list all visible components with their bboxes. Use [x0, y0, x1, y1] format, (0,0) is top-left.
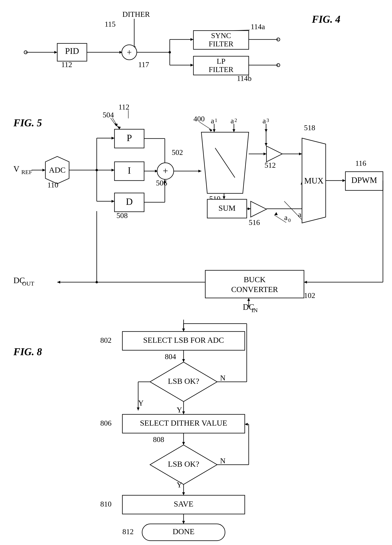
- svg-marker-34: [112, 137, 114, 140]
- fig5-vref-v: V: [13, 164, 19, 173]
- fig8-select-lsb-label: SELECT LSB FOR ADC: [143, 336, 224, 345]
- fig5-a2-label: a: [230, 117, 234, 125]
- fig8-n808: 808: [153, 435, 164, 444]
- fig5-sum514-label: SUM: [218, 204, 236, 212]
- fig8-y1b: Y: [177, 406, 182, 414]
- fig5-n116: 116: [355, 159, 366, 167]
- fig5-n112: 112: [118, 103, 130, 111]
- svg-marker-90: [57, 281, 60, 284]
- fig5-label: FIG. 5: [13, 117, 42, 129]
- fig5-a3-sub: 3: [267, 118, 269, 123]
- fig5-a0-subb: 0: [288, 217, 291, 223]
- fig5-a3-label: a: [262, 117, 266, 125]
- fig4-sync-filter-line2: FILTER: [209, 40, 234, 48]
- fig8-n810: 810: [100, 500, 112, 508]
- fig5-a1-label: a: [211, 117, 214, 125]
- fig5-buck-line1: BUCK: [243, 275, 266, 284]
- svg-marker-103: [182, 411, 185, 414]
- svg-marker-75: [248, 207, 251, 210]
- fig8-lsbok1-label: LSB OK?: [168, 377, 199, 386]
- fig5-adc-label: ADC: [49, 166, 66, 174]
- svg-rect-86: [205, 270, 304, 298]
- svg-marker-57: [213, 129, 216, 132]
- fig5-n518: 518: [304, 124, 315, 132]
- fig5-n506: 506: [156, 179, 167, 187]
- fig8-y1: Y: [138, 399, 143, 407]
- fig8-done-label: DONE: [173, 527, 194, 536]
- fig5-n508: 508: [117, 211, 128, 220]
- svg-marker-114: [182, 492, 185, 495]
- svg-marker-81: [342, 179, 345, 182]
- fig5-a0-labelb: a: [284, 213, 288, 222]
- svg-marker-117: [182, 521, 185, 524]
- fig8-select-dither-label: SELECT DITHER VALUE: [140, 419, 227, 427]
- svg-marker-28: [43, 169, 45, 172]
- fig4-n117: 117: [138, 60, 149, 69]
- fig4-label: FIG. 4: [312, 14, 340, 25]
- fig5-i-label: I: [128, 165, 131, 176]
- svg-marker-53: [198, 170, 201, 173]
- svg-marker-85: [304, 281, 307, 284]
- fig4-n114b: 114b: [237, 74, 252, 82]
- fig8-n1: N: [220, 374, 225, 382]
- diagram-svg: FIG. 4 DITHER 115 PID 112 + 117 SYNC FIL…: [0, 0, 392, 545]
- fig8-n804: 804: [165, 353, 176, 361]
- fig5-n400: 400: [193, 115, 205, 123]
- fig5-dcout-sub: OUT: [22, 280, 34, 287]
- svg-marker-128: [274, 212, 278, 215]
- svg-marker-126: [265, 129, 268, 132]
- fig5-dcin-sub: IN: [251, 307, 258, 313]
- svg-point-16: [168, 51, 171, 54]
- svg-marker-71: [223, 196, 225, 199]
- fig5-p-label: P: [127, 133, 132, 143]
- fig5-n504: 504: [103, 111, 114, 119]
- svg-marker-59: [232, 129, 235, 132]
- fig5-a1-sub: 1: [215, 118, 217, 123]
- svg-marker-39: [112, 200, 114, 203]
- fig8-save-label: SAVE: [174, 499, 193, 508]
- fig5-d-label: D: [126, 196, 133, 207]
- fig8-n812: 812: [122, 527, 134, 536]
- svg-marker-112: [245, 423, 248, 426]
- fig4-sync-filter-line1: SYNC: [211, 31, 231, 40]
- fig4-pid-label: PID: [65, 46, 79, 56]
- page: FIG. 4 DITHER 115 PID 112 + 117 SYNC FIL…: [0, 0, 392, 545]
- svg-marker-15: [191, 64, 193, 67]
- fig5-n512: 512: [264, 161, 276, 169]
- fig5-n502: 502: [172, 148, 183, 156]
- svg-marker-36: [112, 169, 114, 172]
- svg-marker-12: [191, 38, 193, 41]
- fig8-label: FIG. 8: [13, 346, 42, 357]
- fig5-n102: 102: [304, 291, 315, 299]
- fig4-lp-filter-line2: FILTER: [209, 65, 234, 74]
- fig5-n110: 110: [47, 181, 58, 189]
- svg-marker-66: [267, 146, 282, 162]
- fig4-n114a: 114a: [251, 23, 265, 31]
- fig4-dither-label: DITHER: [122, 10, 150, 18]
- svg-point-92: [95, 281, 98, 283]
- svg-marker-68: [299, 153, 302, 155]
- fig5-buck-line2: CONVERTER: [231, 285, 278, 294]
- fig5-vref-sub: REF: [21, 169, 32, 175]
- svg-marker-88: [247, 298, 250, 301]
- fig8-n806: 806: [100, 419, 112, 427]
- svg-marker-61: [265, 143, 268, 146]
- svg-line-54: [199, 122, 212, 130]
- fig8-n2: N: [220, 457, 225, 465]
- svg-marker-95: [182, 359, 185, 362]
- svg-marker-73: [251, 201, 267, 217]
- fig5-a2-sub: 2: [235, 118, 237, 123]
- fig5-sum506-label: +: [163, 166, 168, 176]
- fig8-lsbok2-label: LSB OK?: [168, 459, 199, 468]
- fig5-mux-label: MUX: [304, 176, 324, 185]
- fig5-dpwm-label: DPWM: [351, 176, 377, 185]
- svg-marker-122: [182, 328, 185, 332]
- svg-marker-65: [263, 153, 267, 155]
- fig4-lp-filter-line1: LP: [217, 57, 225, 65]
- fig8-n802: 802: [100, 336, 112, 344]
- svg-marker-101: [137, 408, 140, 410]
- svg-marker-4: [54, 51, 57, 54]
- svg-marker-107: [182, 442, 185, 445]
- fig4-n115: 115: [105, 20, 116, 28]
- fig4-n112: 112: [61, 60, 72, 69]
